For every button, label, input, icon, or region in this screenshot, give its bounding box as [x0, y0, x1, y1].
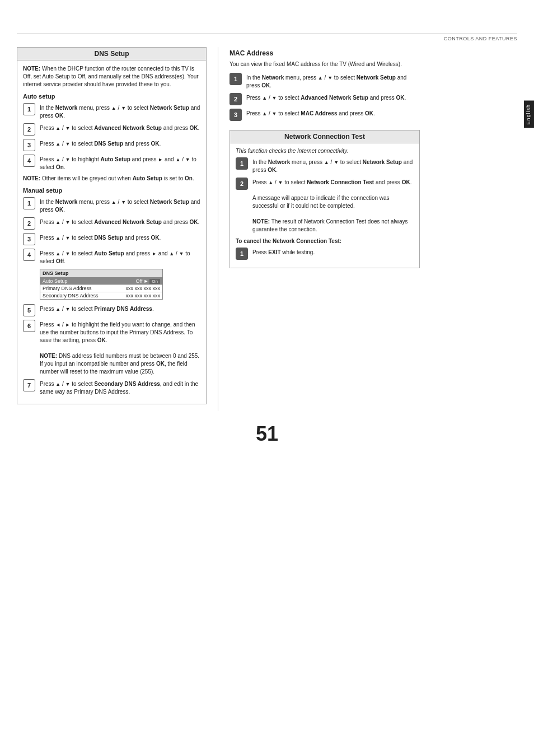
- manual-step-text-4: Press ▲ / ▼ to select Auto Setup and pre…: [40, 249, 200, 265]
- main-content: DNS Setup NOTE: When the DHCP function o…: [17, 41, 517, 411]
- header-label: CONTROLS AND FEATURES: [444, 36, 517, 41]
- step-num-1: 1: [23, 103, 35, 115]
- english-tab: English: [524, 101, 534, 128]
- auto-step-2: 2 Press ▲ / ▼ to select Advanced Network…: [23, 123, 200, 136]
- auto-step-4: 4 Press ▲ / ▼ to highlight Auto Setup an…: [23, 155, 200, 171]
- mac-step-text-3: Press ▲ / ▼ to select MAC Address and pr…: [246, 109, 375, 118]
- manual-step-2: 2 Press ▲ / ▼ to select Advanced Network…: [23, 217, 200, 230]
- mac-step-2: 2 Press ▲ / ▼ to select Advanced Network…: [229, 93, 420, 105]
- manual-step-text-7: Press ▲ / ▼ to select Secondary DNS Addr…: [40, 379, 200, 396]
- left-column: DNS Setup NOTE: When the DHCP function o…: [17, 47, 218, 411]
- dns-mockup-row-secondary: Secondary DNS Address xxx xxx xxx xxx: [40, 292, 162, 299]
- auto-setup-title: Auto setup: [23, 93, 200, 100]
- manual-step-5: 5 Press ▲ / ▼ to select Primary DNS Addr…: [23, 304, 200, 316]
- mac-intro: You can view the fixed MAC address for t…: [229, 60, 420, 68]
- step-text-3: Press ▲ / ▼ to select DNS Setup and pres…: [40, 139, 161, 148]
- dns-mockup-row-autosetuup: Auto Setup Off ► On: [40, 278, 162, 285]
- step-text-1: In the Network menu, press ▲ / ▼ to sele…: [40, 103, 200, 120]
- step-text-4: Press ▲ / ▼ to highlight Auto Setup and …: [40, 155, 200, 171]
- step-num-3: 3: [23, 139, 35, 151]
- step-num-4: 4: [23, 155, 35, 167]
- auto-step-1: 1 In the Network menu, press ▲ / ▼ to se…: [23, 103, 200, 120]
- mac-step-num-3: 3: [229, 109, 242, 121]
- manual-step-num-3: 3: [23, 233, 35, 245]
- mac-step-3: 3 Press ▲ / ▼ to select MAC Address and …: [229, 109, 420, 121]
- manual-step-7: 7 Press ▲ / ▼ to select Secondary DNS Ad…: [23, 379, 200, 396]
- dns-mockup-row-primary: Primary DNS Address xxx xxx xxx xxx: [40, 285, 162, 292]
- network-connection-test-title: Network Connection Test: [230, 130, 419, 143]
- mac-step-text-1: In the Network menu, press ▲ / ▼ to sele…: [246, 73, 420, 90]
- manual-step-num-6: 6: [23, 320, 35, 332]
- nct-step-1: 1 In the Network menu, press ▲ / ▼ to se…: [236, 157, 414, 174]
- manual-step-num-2: 2: [23, 217, 35, 230]
- dns-setup-section: DNS Setup NOTE: When the DHCP function o…: [17, 47, 207, 404]
- manual-step-4: 4 Press ▲ / ▼ to select Auto Setup and p…: [23, 249, 200, 265]
- manual-setup-title: Manual setup: [23, 187, 200, 194]
- network-connection-test-section: Network Connection Test This function ch…: [229, 130, 420, 268]
- manual-step-num-4: 4: [23, 249, 35, 261]
- manual-step-1: 1 In the Network menu, press ▲ / ▼ to se…: [23, 197, 200, 214]
- dns-setup-title: DNS Setup: [17, 48, 206, 60]
- mac-step-num-2: 2: [229, 93, 242, 105]
- dns-note: NOTE: When the DHCP function of the rout…: [23, 65, 200, 88]
- nct-step-text-1: In the Network menu, press ▲ / ▼ to sele…: [252, 157, 414, 174]
- auto-note2: NOTE: Other items will be greyed out whe…: [23, 175, 200, 183]
- manual-step-text-1: In the Network menu, press ▲ / ▼ to sele…: [40, 197, 200, 214]
- mac-address-section: MAC Address You can view the fixed MAC a…: [229, 47, 420, 121]
- auto-step-3: 3 Press ▲ / ▼ to select DNS Setup and pr…: [23, 139, 200, 151]
- header-bar: CONTROLS AND FEATURES: [17, 34, 517, 41]
- step-num-2: 2: [23, 123, 35, 136]
- manual-step-text-2: Press ▲ / ▼ to select Advanced Network S…: [40, 217, 199, 226]
- nct-step-text-2: Press ▲ / ▼ to select Network Connection…: [252, 178, 414, 234]
- cancel-title: To cancel the Network Connection Test:: [236, 238, 414, 244]
- nct-step-num-2: 2: [236, 178, 248, 190]
- cancel-step-num-1: 1: [236, 248, 248, 260]
- nct-step-num-1: 1: [236, 157, 248, 170]
- cancel-step-1: 1 Press EXIT while testing.: [236, 248, 414, 260]
- manual-step-6: 6 Press ◄ / ► to highlight the field you…: [23, 320, 200, 376]
- page-number: 51: [0, 422, 534, 457]
- nct-intro: This function checks the Internet connec…: [236, 148, 414, 154]
- manual-step-num-1: 1: [23, 197, 35, 209]
- dns-mockup-title: DNS Setup: [40, 269, 162, 278]
- manual-step-text-6: Press ◄ / ► to highlight the field you w…: [40, 320, 200, 376]
- manual-step-num-5: 5: [23, 304, 35, 316]
- step-text-2: Press ▲ / ▼ to select Advanced Network S…: [40, 123, 199, 132]
- nct-step-2: 2 Press ▲ / ▼ to select Network Connecti…: [236, 178, 414, 234]
- cancel-step-text-1: Press EXIT while testing.: [252, 248, 315, 256]
- mac-step-text-2: Press ▲ / ▼ to select Advanced Network S…: [246, 93, 406, 102]
- mac-address-title: MAC Address: [229, 47, 420, 58]
- dns-mockup: DNS Setup Auto Setup Off ► On Primary DN…: [40, 269, 163, 300]
- manual-step-3: 3 Press ▲ / ▼ to select DNS Setup and pr…: [23, 233, 200, 245]
- manual-step-text-5: Press ▲ / ▼ to select Primary DNS Addres…: [40, 304, 154, 313]
- manual-step-text-3: Press ▲ / ▼ to select DNS Setup and pres…: [40, 233, 161, 242]
- mac-step-1: 1 In the Network menu, press ▲ / ▼ to se…: [229, 73, 420, 90]
- right-column: MAC Address You can view the fixed MAC a…: [218, 47, 420, 411]
- mac-step-num-1: 1: [229, 73, 242, 85]
- manual-step-num-7: 7: [23, 379, 35, 391]
